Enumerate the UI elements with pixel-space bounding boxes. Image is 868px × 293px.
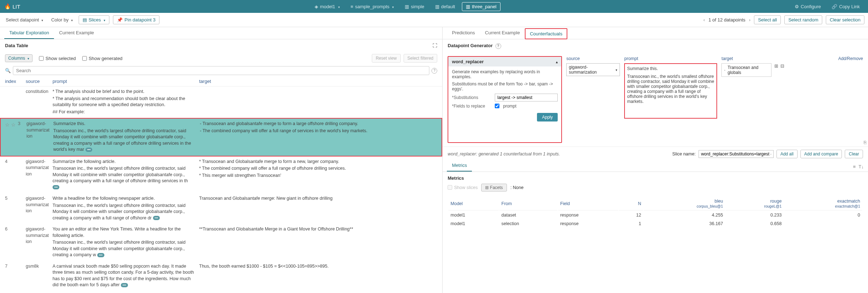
filter-icon[interactable]: T↓ (859, 164, 864, 169)
show-generated-checkbox[interactable]: Show generated (82, 56, 123, 61)
tab-metrics[interactable]: Metrics (447, 160, 472, 172)
gen-target-value: Transocean and globals (728, 65, 769, 75)
nav-prev-icon[interactable]: ‹ (703, 17, 705, 23)
fullscreen-icon[interactable]: ⛶ (433, 43, 437, 48)
tab-predictions[interactable]: Predictions (447, 27, 480, 39)
configure-label: Configure (801, 4, 821, 9)
table-row[interactable]: 4gigaword-summarizationSummarize the fol… (0, 157, 442, 194)
word-replacer-title: word_replacer (452, 59, 484, 64)
row-source: gigaword-summarization (26, 121, 53, 154)
facets-icon: ⊞ (485, 185, 489, 190)
ellipsis-icon[interactable]: ••• (97, 253, 104, 257)
search-icon: 🔍 (5, 68, 11, 73)
select-filtered-button[interactable]: Select filtered (404, 54, 438, 63)
configure-button[interactable]: ⚙ Configure (791, 2, 825, 11)
layout-three-panel[interactable]: ▥ three_panel (462, 2, 500, 11)
row-prompt: Write a headline for the following newsp… (53, 195, 199, 222)
nav-next-icon[interactable]: › (749, 17, 750, 23)
tab-current-example-r[interactable]: Current Example (480, 27, 525, 39)
ellipsis-icon[interactable]: ••• (121, 283, 128, 287)
ellipsis-icon[interactable]: ••• (53, 185, 59, 189)
word-replacer-header[interactable]: word_replacer (448, 57, 561, 66)
col-target[interactable]: target (199, 79, 437, 84)
gen-target-box[interactable]: - Transocean and globals (721, 63, 771, 77)
columns-dropdown[interactable]: Columns (5, 54, 33, 62)
pin-outline-icon[interactable]: ☆ (5, 121, 10, 129)
model-selector[interactable]: ◈ model1 (311, 2, 344, 11)
col-from[interactable]: From (499, 197, 557, 210)
slices-button[interactable]: ▤ Slices (79, 15, 110, 24)
add-icon[interactable]: ⊞ (774, 63, 778, 69)
row-prompt: * The analysis should be brief and to th… (53, 89, 199, 116)
metrics-row[interactable]: model1selectionresponse 136.1670.658 (448, 220, 862, 228)
col-prompt[interactable]: prompt (53, 79, 199, 84)
apply-button[interactable]: Apply (537, 113, 558, 121)
gen-prompt-box[interactable]: Summarize this. Transocean inc., the wor… (624, 63, 717, 119)
ellipsis-icon[interactable]: ••• (85, 148, 92, 152)
table-row[interactable]: ☆☆3gigaword-summarizationSummarize this.… (0, 118, 442, 157)
reset-view-button[interactable]: Reset view (372, 54, 401, 63)
copy-link-label: Copy Link (839, 4, 860, 9)
search-input[interactable] (13, 66, 429, 75)
menu-icon[interactable]: ≡ (853, 164, 856, 169)
row-index: 7 (5, 263, 26, 289)
show-selected-input[interactable] (39, 56, 44, 61)
table-row[interactable]: 5gigaword-summarizationWrite a headline … (0, 193, 442, 224)
slice-name-input[interactable] (699, 150, 774, 158)
add-remove-link[interactable]: Add/Remove (838, 56, 863, 61)
table-row[interactable]: 8gsm8kA carnival snack booth made $50 se… (0, 291, 442, 293)
select-dp-label: Select datapoint (6, 17, 39, 23)
select-all-button[interactable]: Select all (754, 15, 781, 24)
layout-simple[interactable]: ▥ simple (401, 2, 428, 11)
show-generated-label: Show generated (89, 56, 123, 61)
add-and-compare-button[interactable]: Add and compare (800, 150, 842, 158)
star-outline-icon[interactable]: ☆ (11, 121, 16, 129)
row-target: * Transocean and Globalsantafe merge to … (199, 159, 437, 192)
clear-generated-button[interactable]: Clear (845, 150, 863, 158)
pin-datapoint-button[interactable]: 📌 Pin datapoint 3 (113, 15, 159, 24)
help-icon[interactable]: ? (495, 43, 501, 49)
color-by-dropdown[interactable]: Color by (49, 16, 75, 24)
col-source[interactable]: source (26, 79, 53, 84)
show-slices-checkbox[interactable]: Show slices (448, 185, 478, 190)
gen-prompt-label: prompt (624, 56, 717, 61)
layout-default[interactable]: ▥ default (431, 2, 459, 11)
metrics-row[interactable]: model1datasetresponse 124.2550.2330 (448, 211, 862, 219)
select-random-button[interactable]: Select random (784, 15, 822, 24)
col-bleu[interactable]: bleu corpus_bleu@1 (644, 197, 725, 210)
show-selected-checkbox[interactable]: Show selected (39, 56, 76, 61)
facets-button[interactable]: ⊞ Facets (481, 184, 507, 192)
columns-label: Columns (8, 56, 25, 61)
generator-footer: word_replacer: generated 1 counterfactua… (443, 146, 868, 161)
tab-counterfactuals[interactable]: Counterfactuals (525, 28, 567, 39)
tab-current-example[interactable]: Current Example (54, 27, 99, 39)
generator-title-row: Datapoint Generator ? (443, 39, 868, 53)
row-target: Transocean and Globalsantafe merge: New … (199, 195, 437, 222)
help-icon[interactable]: ? (431, 68, 437, 74)
col-rouge[interactable]: rouge rougeL@1 (726, 197, 784, 210)
copy-icon[interactable]: ⎘ (864, 140, 867, 145)
show-generated-input[interactable] (82, 56, 87, 61)
clear-selection-button[interactable]: Clear selection (826, 15, 864, 24)
field-prompt-label: prompt (503, 104, 516, 109)
dataset-selector[interactable]: ≡ sample_prompts (347, 2, 398, 11)
add-all-button[interactable]: Add all (776, 150, 798, 158)
col-model[interactable]: Model (448, 197, 498, 210)
table-row[interactable]: 6gigaword-summarizationYou are an editor… (0, 224, 442, 261)
col-field[interactable]: Field (558, 197, 618, 210)
col-index[interactable]: index (5, 79, 26, 84)
ellipsis-icon[interactable]: ••• (153, 216, 160, 220)
copy-link-button[interactable]: 🔗 Copy Link (828, 2, 864, 11)
col-exactmatch[interactable]: exactmatch exactmatch@1 (784, 197, 862, 210)
collapse-icon[interactable] (556, 59, 558, 64)
field-prompt-checkbox[interactable] (495, 104, 499, 108)
table-row[interactable]: 7gsm8kA carnival snack booth made $50 se… (0, 261, 442, 291)
tab-tabular-exploration[interactable]: Tabular Exploration (4, 27, 54, 39)
col-n[interactable]: N (619, 197, 643, 210)
remove-icon[interactable]: ⊟ (780, 63, 784, 69)
gen-source-select[interactable]: gigaword-summarization (566, 63, 620, 76)
substitutions-input[interactable] (495, 94, 558, 101)
table-row[interactable]: constitution* The analysis should be bri… (0, 86, 442, 118)
gen-target-label: target (721, 56, 733, 61)
select-datapoint-dropdown[interactable]: Select datapoint (4, 16, 45, 24)
